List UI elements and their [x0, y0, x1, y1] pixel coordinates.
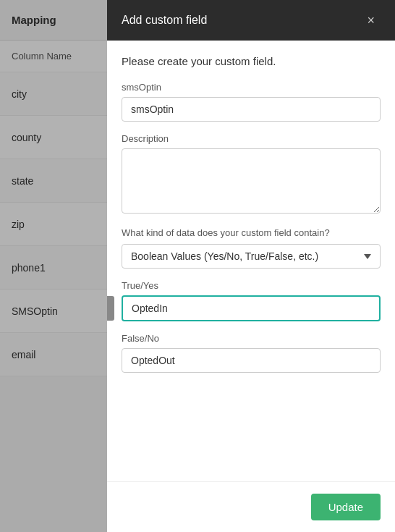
modal-title: Add custom field — [122, 14, 207, 27]
update-button[interactable]: Update — [311, 494, 381, 520]
data-type-select[interactable]: Boolean Values (Yes/No, True/False, etc.… — [122, 244, 381, 269]
modal: Add custom field × Please create your cu… — [107, 0, 395, 532]
modal-header: Add custom field × — [107, 0, 395, 41]
field-name-input[interactable] — [122, 97, 381, 122]
false-no-input[interactable] — [122, 348, 381, 373]
data-type-question: What kind of data does your custom field… — [122, 227, 381, 238]
modal-subtitle: Please create your custom field. — [122, 55, 381, 67]
true-yes-input[interactable] — [122, 295, 381, 321]
description-group: Description — [122, 133, 381, 216]
modal-footer: Update — [107, 481, 395, 532]
false-no-group: False/No — [122, 333, 381, 373]
data-type-group: What kind of data does your custom field… — [122, 227, 381, 269]
description-textarea[interactable] — [122, 148, 381, 214]
false-no-label: False/No — [122, 333, 381, 344]
true-yes-group: True/Yes → — [122, 280, 381, 321]
description-label: Description — [122, 133, 381, 144]
modal-body: Please create your custom field. smsOpti… — [107, 41, 395, 481]
true-yes-label: True/Yes — [122, 280, 381, 291]
true-yes-input-wrapper: → — [122, 295, 381, 321]
field-name-group: smsOptin — [122, 82, 381, 122]
modal-close-button[interactable]: × — [361, 11, 381, 30]
arrow-indicator: → — [107, 296, 114, 321]
field-name-label: smsOptin — [122, 82, 381, 93]
